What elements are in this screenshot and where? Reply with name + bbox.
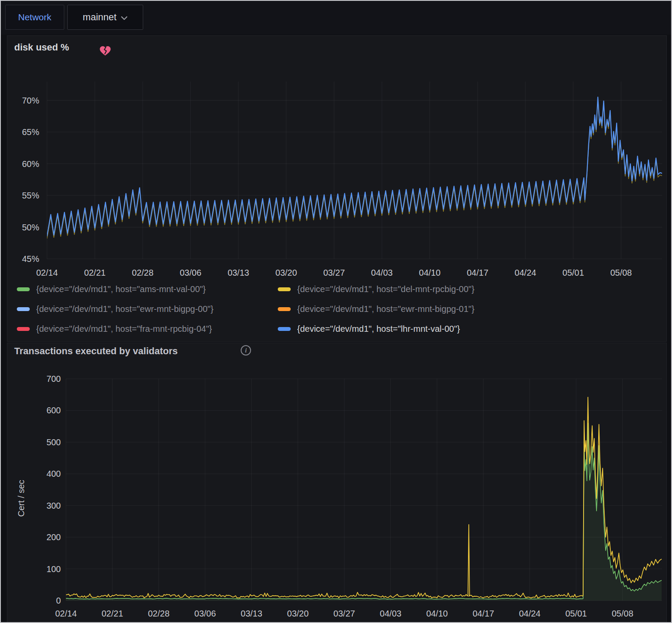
panel-disk-used-header: disk used % bbox=[7, 36, 666, 57]
x-tick-label: 04/03 bbox=[380, 609, 402, 618]
x-tick-label: 02/21 bbox=[101, 609, 123, 618]
panel-transactions-header: Transactions executed by validators i bbox=[7, 343, 666, 364]
series-line-executed bbox=[60, 397, 662, 598]
disk-used-chart[interactable]: 45%50%55%60%65%70%02/1402/2102/2803/0603… bbox=[7, 36, 666, 277]
x-tick-label: 03/13 bbox=[241, 609, 262, 618]
series-label: {device="/dev/md1", host="ewr-mnt-bigpg-… bbox=[36, 304, 214, 314]
series-color-swatch bbox=[17, 287, 30, 291]
x-tick-label: 05/01 bbox=[565, 609, 587, 618]
x-tick-label: 04/24 bbox=[519, 609, 540, 618]
x-tick-label: 02/14 bbox=[55, 609, 77, 618]
x-tick-label: 02/14 bbox=[36, 268, 58, 277]
panel-transactions: Transactions executed by validators i Ce… bbox=[7, 343, 667, 623]
alert-broken-heart-icon[interactable] bbox=[99, 45, 112, 57]
x-tick-label: 02/28 bbox=[148, 609, 170, 618]
y-tick-label: 70% bbox=[22, 96, 39, 105]
network-variable-value: mainnet bbox=[83, 12, 116, 23]
y-tick-label: 65% bbox=[22, 127, 39, 137]
panel-title[interactable]: disk used % bbox=[14, 42, 69, 53]
x-tick-label: 04/03 bbox=[371, 268, 393, 277]
series-color-swatch bbox=[17, 307, 30, 311]
series-color-swatch bbox=[278, 327, 291, 331]
y-tick-label: 200 bbox=[47, 532, 61, 542]
x-tick-label: 03/27 bbox=[333, 609, 355, 618]
network-variable-label: Network bbox=[5, 5, 64, 30]
legend-item[interactable]: {device="/dev/md1", host="del-mnt-rpcbig… bbox=[278, 283, 526, 295]
legend-item[interactable]: {device="/dev/md1", host="fra-mnt-rpcbig… bbox=[17, 323, 265, 335]
panel-disk-used: disk used % 45%50%55%60%65%70%02/1402/21… bbox=[7, 35, 667, 342]
series-fill-confirmed bbox=[60, 423, 662, 601]
x-tick-label: 02/21 bbox=[84, 268, 106, 277]
legend-item[interactable]: {device="/dev/md1", host="lhr-mnt-val-00… bbox=[278, 323, 526, 335]
series-line-shadow bbox=[40, 100, 662, 239]
y-tick-label: 55% bbox=[22, 191, 39, 200]
y-tick-label: 300 bbox=[47, 501, 61, 510]
series-line-confirmed bbox=[60, 423, 662, 599]
series-line-disk-used bbox=[40, 97, 662, 236]
series-label: {device="/dev/md1", host="ams-mnt-val-00… bbox=[36, 284, 206, 294]
y-tick-label: 600 bbox=[47, 406, 61, 415]
x-tick-label: 03/27 bbox=[323, 268, 345, 277]
y-tick-label: 700 bbox=[47, 374, 61, 384]
y-tick-label: 100 bbox=[47, 564, 61, 574]
y-tick-label: 0 bbox=[56, 596, 61, 605]
y-tick-label: 50% bbox=[22, 223, 39, 232]
legend-item[interactable]: {device="/dev/md1", host="ams-mnt-val-00… bbox=[17, 283, 265, 295]
y-axis-title: Cert / sec bbox=[13, 490, 30, 507]
x-tick-label: 05/08 bbox=[610, 268, 632, 277]
series-label: {device="/dev/md1", host="fra-mnt-rpcbig… bbox=[36, 324, 212, 334]
legend-item[interactable]: {device="/dev/md1", host="ewr-mnt-bigpg-… bbox=[278, 303, 526, 315]
chevron-down-icon bbox=[121, 16, 128, 20]
x-tick-label: 04/17 bbox=[467, 268, 488, 277]
x-tick-label: 03/20 bbox=[276, 268, 297, 277]
x-tick-label: 04/10 bbox=[419, 268, 440, 277]
transactions-chart[interactable]: 010020030040050060070002/1402/2102/2803/… bbox=[7, 343, 666, 623]
x-tick-label: 03/20 bbox=[287, 609, 309, 618]
y-tick-label: 400 bbox=[47, 469, 61, 478]
series-label: {device="/dev/md1", host="ewr-mnt-bigpg-… bbox=[297, 304, 474, 314]
variable-bar: Network mainnet bbox=[1, 1, 671, 35]
x-tick-label: 04/17 bbox=[473, 609, 494, 618]
x-tick-label: 02/28 bbox=[132, 268, 154, 277]
grafana-dashboard: Network mainnet disk used % 45%50%55%60%… bbox=[0, 0, 672, 623]
panel-title[interactable]: Transactions executed by validators bbox=[14, 346, 178, 357]
legend-item[interactable]: {device="/dev/md1", host="ewr-mnt-bigpg-… bbox=[17, 303, 265, 315]
series-label: {device="/dev/md1", host="lhr-mnt-val-00… bbox=[297, 324, 460, 334]
series-label: {device="/dev/md1", host="del-mnt-rpcbig… bbox=[297, 284, 474, 294]
network-variable-label-text: Network bbox=[18, 12, 51, 22]
x-tick-label: 03/13 bbox=[228, 268, 249, 277]
x-tick-label: 03/06 bbox=[195, 609, 216, 618]
x-tick-label: 05/08 bbox=[612, 609, 633, 618]
x-tick-label: 05/01 bbox=[562, 268, 584, 277]
series-color-swatch bbox=[278, 287, 291, 291]
y-tick-label: 60% bbox=[22, 159, 39, 169]
info-icon[interactable]: i bbox=[241, 345, 251, 356]
series-color-swatch bbox=[17, 327, 30, 331]
x-tick-label: 03/06 bbox=[180, 268, 201, 277]
x-tick-label: 04/10 bbox=[426, 609, 448, 618]
series-color-swatch bbox=[278, 307, 291, 311]
disk-used-legend: {device="/dev/md1", host="ams-mnt-val-00… bbox=[17, 283, 660, 343]
network-variable-select[interactable]: mainnet bbox=[67, 5, 143, 30]
y-tick-label: 45% bbox=[22, 254, 39, 264]
y-tick-label: 500 bbox=[47, 437, 61, 447]
x-tick-label: 04/24 bbox=[515, 268, 536, 277]
